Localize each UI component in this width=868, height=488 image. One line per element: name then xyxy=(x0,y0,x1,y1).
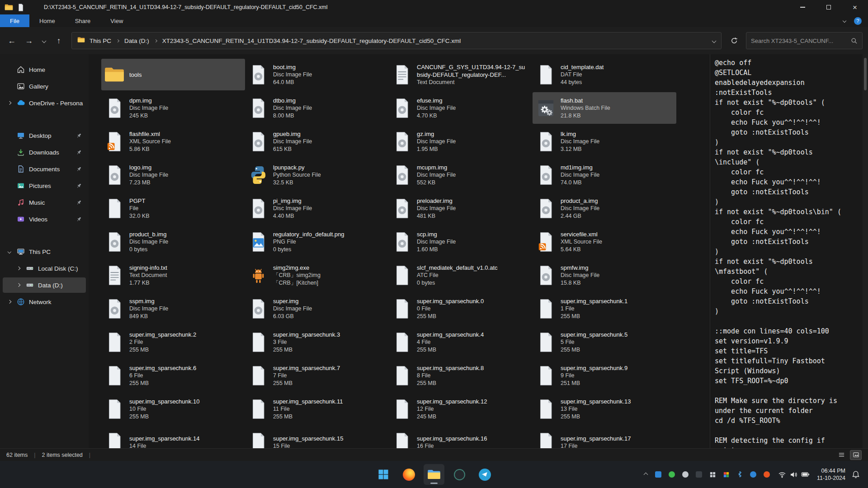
details-view-button[interactable] xyxy=(835,450,847,460)
refresh-button[interactable] xyxy=(726,33,742,49)
help-icon[interactable]: ? xyxy=(854,17,862,25)
file-item[interactable]: super.img_sparsechunk.33 File255 MB xyxy=(245,326,389,358)
back-button[interactable]: ← xyxy=(4,33,20,49)
file-item[interactable]: efuse.imgDisc Image File4.70 KB xyxy=(389,92,533,124)
forward-button[interactable]: → xyxy=(21,33,37,49)
sidebar-item-local-disk-c[interactable]: Local Disk (C:) xyxy=(3,261,86,276)
close-button[interactable]: × xyxy=(842,0,868,14)
sidebar-item-onedrive-persona[interactable]: OneDrive - Persona xyxy=(3,95,86,111)
file-item[interactable]: scp.imgDisc Image File1.60 MB xyxy=(389,226,533,258)
up-button[interactable]: ↑ xyxy=(51,33,67,49)
breadcrumb-segment[interactable]: This PC xyxy=(90,38,111,44)
menu-tab-file[interactable]: File xyxy=(0,14,29,27)
file-item[interactable]: super.img_sparsechunk.1414 File xyxy=(101,427,245,448)
thumbnail-view-button[interactable] xyxy=(850,450,862,460)
file-item[interactable]: servicefile.xmlXML Source File5.64 KB xyxy=(533,226,676,258)
tray-app-grid-icon[interactable] xyxy=(709,471,717,479)
file-item[interactable]: gz.imgDisc Image File1.95 MB xyxy=(389,126,533,157)
search-input[interactable] xyxy=(751,38,847,44)
file-item[interactable]: mcupm.imgDisc Image File552 KB xyxy=(389,159,533,191)
sidebar-item-this-pc[interactable]: This PC xyxy=(3,244,86,259)
file-item[interactable]: super.img_sparsechunk.88 File255 MB xyxy=(389,360,533,391)
file-item[interactable]: super.img_sparsechunk.1515 File xyxy=(245,427,389,448)
file-item[interactable]: super.img_sparsechunk.00 File255 MB xyxy=(389,293,533,324)
breadcrumb-segment[interactable]: Data (D:) xyxy=(124,38,149,44)
tray-app-green-icon[interactable] xyxy=(668,471,676,479)
sidebar-item-desktop[interactable]: Desktop xyxy=(3,128,86,143)
file-item[interactable]: product_b.imgDisc Image File0 bytes xyxy=(101,226,245,258)
taskbar-start-button[interactable] xyxy=(373,464,394,485)
file-item[interactable]: cid_template.datDAT File44 bytes xyxy=(533,59,676,90)
file-item[interactable]: CANCUNF_G_SYS_U1TD34.94-12-7_subsidy-DEF… xyxy=(389,59,533,90)
taskbar-dark-circle-app-button[interactable] xyxy=(449,464,470,485)
search-icon[interactable] xyxy=(851,38,858,44)
file-item[interactable]: flashfile.xmlXML Source File5.86 KB xyxy=(101,126,245,157)
sidebar-item-gallery[interactable]: Gallery xyxy=(3,79,86,94)
tray-app-orange-icon[interactable] xyxy=(763,471,771,479)
sidebar-item-home[interactable]: Home xyxy=(3,62,86,77)
file-item[interactable]: slcf_mediatek_default_v1.0.atcATC File0 … xyxy=(389,259,533,291)
address-bar[interactable]: This PCData (D:)XT2343-5_CANCUNF_RETIN_1… xyxy=(71,32,722,49)
sidebar-item-downloads[interactable]: Downloads xyxy=(3,145,86,160)
menu-tab-view[interactable]: View xyxy=(100,14,133,27)
file-item[interactable]: dtbo.imgDisc Image File8.00 MB xyxy=(245,92,389,124)
file-item[interactable]: super.img_sparsechunk.99 File251 MB xyxy=(533,360,676,391)
file-item[interactable]: super.imgDisc Image File6.03 GB xyxy=(245,293,389,324)
file-item[interactable]: spmfw.imgDisc Image File15.8 KB xyxy=(533,259,676,291)
file-item[interactable]: gpueb.imgDisc Image File615 KB xyxy=(245,126,389,157)
file-item[interactable]: PGPTFile32.0 KB xyxy=(101,192,245,224)
scrollbar[interactable] xyxy=(863,54,868,448)
clock-button[interactable]: 06:44 PM 11-10-2024 xyxy=(817,467,845,482)
menu-tab-share[interactable]: Share xyxy=(65,14,101,27)
file-item[interactable]: super.img_sparsechunk.1111 File255 MB xyxy=(245,393,389,425)
minimize-button[interactable] xyxy=(789,0,816,14)
tray-app-photos-icon[interactable] xyxy=(722,471,730,479)
file-item[interactable]: super.img_sparsechunk.77 File255 MB xyxy=(245,360,389,391)
quick-settings-button[interactable] xyxy=(776,471,811,478)
taskbar-file-explorer-button[interactable] xyxy=(424,464,444,485)
file-item[interactable]: pi_img.imgDisc Image File4.40 MB xyxy=(245,192,389,224)
tray-app-blue-icon[interactable] xyxy=(750,471,757,479)
notification-bell-button[interactable] xyxy=(851,470,863,479)
file-item[interactable]: boot.imgDisc Image File64.0 MB xyxy=(245,59,389,90)
file-item[interactable]: regulatory_info_default.pngPNG File0 byt… xyxy=(245,226,389,258)
file-item[interactable]: sspm.imgDisc Image File849 KB xyxy=(101,293,245,324)
file-item[interactable]: tools xyxy=(101,59,245,90)
file-item[interactable]: super.img_sparsechunk.55 File255 MB xyxy=(533,326,676,358)
file-item[interactable]: lk.imgDisc Image File3.12 MB xyxy=(533,126,676,157)
file-item[interactable]: super.img_sparsechunk.1616 File xyxy=(389,427,533,448)
scrollbar-thumb[interactable] xyxy=(864,58,867,90)
tray-app-gray-icon[interactable] xyxy=(682,471,689,479)
sidebar-item-network[interactable]: Network xyxy=(3,294,86,310)
tray-app-dark-icon[interactable] xyxy=(695,471,703,479)
file-item[interactable]: super.img_sparsechunk.66 File255 MB xyxy=(101,360,245,391)
file-item[interactable]: product_a.imgDisc Image File2.44 GB xyxy=(533,192,676,224)
file-item[interactable]: lpunpack.pyPython Source File32.5 KB xyxy=(245,159,389,191)
recent-locations-button[interactable] xyxy=(38,33,50,49)
file-item[interactable]: super.img_sparsechunk.44 File255 MB xyxy=(389,326,533,358)
file-item[interactable]: super.img_sparsechunk.1010 File255 MB xyxy=(101,393,245,425)
sidebar-item-videos[interactable]: Videos xyxy=(3,211,86,227)
sidebar-item-data-d[interactable]: Data (D:) xyxy=(3,277,86,293)
file-item[interactable]: signing-info.txtText Document1.77 KB xyxy=(101,259,245,291)
sidebar-item-pictures[interactable]: Pictures xyxy=(3,178,86,193)
bluetooth-icon[interactable] xyxy=(736,471,744,479)
file-item[interactable]: preloader.imgDisc Image File481 KB xyxy=(389,192,533,224)
file-item[interactable]: super.img_sparsechunk.11 File255 MB xyxy=(533,293,676,324)
sidebar-item-documents[interactable]: Documents xyxy=(3,161,86,177)
hidden-icons-button[interactable] xyxy=(642,473,649,476)
file-item[interactable]: super.img_sparsechunk.1212 File245 MB xyxy=(389,393,533,425)
maximize-button[interactable] xyxy=(816,0,842,14)
ribbon-expand-icon[interactable] xyxy=(843,19,846,23)
file-item[interactable]: dpm.imgDisc Image File245 KB xyxy=(101,92,245,124)
taskbar-telegram-button[interactable] xyxy=(474,464,495,485)
taskbar-firefox-button[interactable] xyxy=(398,464,419,485)
file-item[interactable]: super.img_sparsechunk.22 File255 MB xyxy=(101,326,245,358)
tray-app-display-icon[interactable] xyxy=(655,471,662,479)
sidebar-item-music[interactable]: Music xyxy=(3,195,86,210)
file-item[interactable]: simg2img.exe「CRB」simg2img「CRB」[Kitchen] xyxy=(245,259,389,291)
file-item[interactable]: logo.imgDisc Image File7.23 MB xyxy=(101,159,245,191)
file-item[interactable]: super.img_sparsechunk.1717 File xyxy=(533,427,676,448)
file-item[interactable]: flash.batWindows Batch File21.8 KB xyxy=(533,92,676,124)
breadcrumb-segment[interactable]: XT2343-5_CANCUNF_RETIN_14_U1TD34.94-12-7… xyxy=(162,38,461,44)
